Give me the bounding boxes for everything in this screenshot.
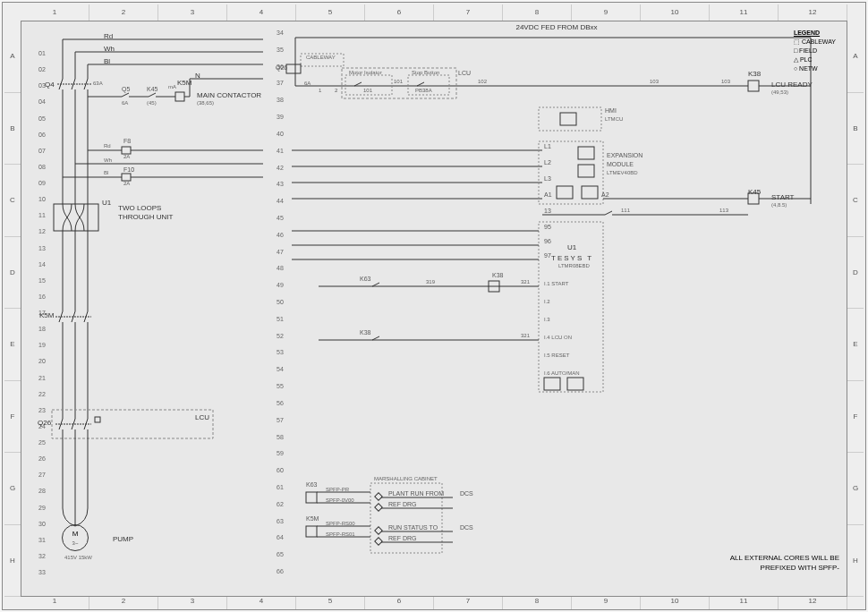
k38: K38 (748, 70, 761, 78)
dcs2: DCS (460, 524, 473, 531)
u1-label: U1 (102, 199, 111, 207)
k63: K63 (360, 276, 370, 282)
ruler-right: ABCDEFGH (847, 21, 864, 597)
svg-rect-106 (375, 504, 382, 511)
ref103a: 103 (650, 79, 659, 84)
k38b: K38 (492, 272, 503, 278)
plant-run: PLANT RUN FROM (388, 490, 444, 497)
t-2: 2 (335, 88, 337, 93)
svg-rect-107 (375, 527, 382, 534)
lcu-r: LCU (458, 70, 471, 76)
ref-drg2: REF DRG (388, 535, 417, 541)
ref321a: 321 (521, 279, 530, 285)
q4-label: Q4 (45, 81, 55, 89)
k38c: K38 (360, 329, 370, 336)
tesys: TESYS T (551, 254, 593, 262)
q4-rating: 63A (93, 81, 103, 86)
k45r: K45 (748, 188, 761, 196)
i11: I.1 START (544, 281, 568, 286)
ref101a: 101 (394, 79, 403, 84)
l3: L3 (544, 175, 551, 182)
svg-line-91 (372, 336, 379, 340)
pb38a: PB38A (415, 88, 432, 93)
q5-rating: 6A (122, 100, 128, 106)
svg-rect-95 (306, 492, 317, 503)
svg-rect-92 (544, 378, 560, 390)
t96: 96 (544, 238, 551, 244)
ruler-left: ABCDEFGH (4, 21, 21, 597)
legend-l1: CABLEWAY (802, 38, 836, 45)
svg-rect-28 (122, 174, 131, 181)
motor-isolator: Motor Isolator (349, 70, 382, 75)
svg-rect-108 (375, 538, 382, 545)
a1: A1 (544, 191, 552, 198)
svg-rect-66 (560, 113, 576, 125)
a2: A2 (601, 191, 609, 198)
phase-n: N (195, 72, 200, 80)
k5m-label: K5M (177, 79, 191, 87)
pump-label: PUMP (113, 535, 133, 543)
phase-rd2: Rd (104, 143, 111, 149)
power-circuit-panel: 0102030405060708091011121314151617181920… (32, 25, 263, 589)
spfp3: SPFP-RS00 (326, 521, 355, 526)
ref102: 102 (478, 79, 487, 84)
outer-frame: 123456789101112 123456789101112 ABCDEFGH… (2, 2, 866, 610)
through-unit: THROUGH UNIT (118, 213, 173, 221)
svg-rect-46 (95, 417, 100, 422)
f10-label: F10 (123, 166, 134, 173)
q26-label: Q26 (38, 419, 51, 427)
legend-l2: FIELD (799, 47, 817, 54)
lcu-label: LCU (195, 413, 209, 421)
phase-wh2: Wh (104, 157, 112, 163)
spfp4: SPFP-RS01 (326, 531, 355, 537)
ma-label: mA (168, 84, 176, 89)
i14: I.4 LCU ON (544, 335, 572, 340)
exp-model: LTMEV40BD (607, 170, 638, 175)
run-status: RUN STATUS TO (388, 524, 438, 531)
svg-rect-19 (175, 92, 184, 101)
dcs1: DCS (460, 490, 473, 497)
t95: 95 (544, 224, 551, 230)
legend-title: LEGEND (794, 29, 836, 38)
svg-rect-30 (54, 204, 98, 231)
k45-ref: (45) (147, 100, 157, 106)
k5mb: K5M (306, 515, 319, 522)
svg-rect-63 (748, 81, 759, 91)
svg-rect-93 (567, 378, 583, 390)
ref101b: 101 (363, 88, 372, 93)
t97: 97 (544, 252, 551, 259)
ref113: 113 (719, 208, 728, 213)
control-circuit-panel: 3435363738394041424344454647484950515253… (274, 25, 839, 589)
motor-rating: 415V 15kW (64, 555, 92, 560)
k5m2-label: K5M (39, 311, 54, 319)
svg-rect-73 (578, 165, 594, 177)
k63b: K63 (306, 481, 317, 488)
hmi-model: LTMCU (605, 116, 623, 122)
t-1: 1 (319, 88, 321, 93)
start-ref: (4,8.5) (771, 202, 787, 208)
q5-label: Q5 (122, 86, 130, 92)
phase-bl2: Bl (104, 170, 108, 175)
svg-rect-105 (375, 493, 382, 500)
svg-line-15 (122, 93, 129, 97)
lcu-ready: LCU READY (771, 81, 813, 89)
tesys-model: LTMR08EBD (558, 263, 590, 268)
marshalling: MARSHALLING CABINET (374, 476, 438, 481)
ruler-top: 123456789101112 (21, 4, 847, 21)
f8-rating: 2A (123, 154, 130, 159)
phase-rd: Rd (104, 32, 113, 40)
i15: I.5 RESET (544, 353, 569, 358)
i13: I.3 (544, 317, 550, 322)
l2: L2 (544, 159, 551, 166)
svg-rect-72 (578, 147, 594, 159)
expansion: EXPANSION (607, 152, 642, 158)
f8-label: F8 (123, 138, 131, 144)
cableway: CABLEWAY (306, 55, 336, 60)
svg-rect-75 (582, 186, 598, 199)
lcu-ready-ref: (49,53) (771, 89, 788, 95)
svg-rect-57 (286, 64, 301, 73)
spfp2: SPFP-0V00 (326, 497, 354, 503)
t-6a: 6A (304, 81, 311, 86)
legend-l3: PLC (800, 56, 813, 63)
t13: 13 (544, 208, 551, 214)
